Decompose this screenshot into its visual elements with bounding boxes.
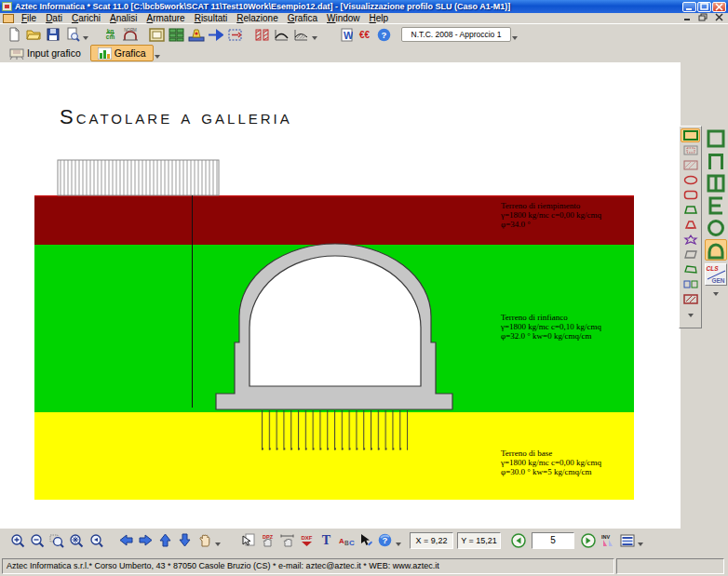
variant-rect-button[interactable] — [681, 128, 700, 142]
variant-blocks-button[interactable] — [681, 277, 700, 291]
variant-palette-more[interactable] — [681, 307, 700, 324]
double-box-section-button[interactable] — [705, 172, 727, 194]
code-approach-combobox[interactable]: N.T.C. 2008 - Approccio 1 — [401, 27, 511, 42]
combination-number-field[interactable]: 5 — [532, 532, 574, 549]
envelope-diagram-button[interactable] — [291, 25, 311, 44]
bottombar-options-3[interactable] — [637, 532, 644, 549]
open-file-button[interactable] — [23, 25, 43, 44]
portal-section-button[interactable] — [705, 150, 727, 171]
menu-armature[interactable]: Armature — [142, 13, 190, 24]
variant-ellipse-button[interactable] — [681, 173, 700, 187]
mdi-restore-button[interactable] — [697, 13, 708, 23]
section-type-palette: CLS GEN — [704, 126, 727, 305]
menu-bar: File Dati Carichi Analisi Armature Risul… — [0, 13, 728, 24]
drawing-canvas[interactable]: Scatolare a galleria Terreno di riempime… — [0, 62, 681, 529]
toolbar-options-1[interactable] — [82, 26, 89, 43]
tab-input-grafico[interactable]: Input grafico — [2, 45, 88, 61]
menu-analisi[interactable]: Analisi — [105, 13, 142, 24]
help-button[interactable]: ? — [374, 25, 394, 44]
zoom-in-button[interactable] — [7, 531, 27, 550]
menu-window[interactable]: Window — [322, 13, 365, 24]
close-button[interactable] — [712, 2, 726, 12]
context-help-button[interactable]: ? — [375, 531, 395, 550]
drafting-table-icon — [9, 47, 24, 60]
zoom-out-button[interactable] — [27, 531, 47, 550]
previous-combination-button[interactable] — [508, 531, 528, 550]
zoom-extents-button[interactable] — [66, 531, 86, 550]
variant-hatched-button[interactable] — [681, 158, 700, 172]
menu-risultati[interactable]: Risultati — [190, 13, 233, 24]
scroll-right-button[interactable] — [136, 531, 155, 550]
svg-text:?: ? — [383, 535, 388, 545]
geometry-button[interactable] — [147, 25, 167, 44]
svg-text:C: C — [349, 539, 355, 547]
circular-section-button[interactable] — [705, 217, 727, 238]
dxf-export-button[interactable]: DXF — [297, 531, 317, 550]
text-tool-button[interactable]: T — [317, 531, 336, 550]
section-check-button[interactable] — [225, 25, 245, 44]
restore-button[interactable] — [697, 2, 711, 12]
type-palette-more[interactable] — [704, 286, 727, 302]
save-button[interactable] — [43, 25, 62, 44]
channel-section-button[interactable] — [705, 194, 727, 216]
inv-envelope-button[interactable]: INV — [598, 531, 617, 550]
new-file-button[interactable] — [4, 25, 23, 44]
variant-trapezoid-button[interactable] — [681, 218, 700, 232]
dpz-tool-button[interactable]: DPZ — [258, 531, 277, 550]
loads-button[interactable] — [206, 25, 225, 44]
variant-frame-button[interactable] — [681, 143, 700, 157]
svg-text:?: ? — [382, 30, 387, 40]
analysis-button[interactable] — [252, 25, 272, 44]
next-combination-button[interactable] — [578, 531, 598, 550]
foundation-button[interactable] — [186, 25, 206, 44]
tabbar-options[interactable] — [154, 45, 161, 61]
y-coordinate-display: Y = 15,21 — [457, 532, 501, 549]
mdi-close-button[interactable] — [713, 13, 724, 23]
variant-parallelogram-button[interactable] — [681, 248, 700, 261]
toolbar-options-2[interactable] — [311, 26, 318, 43]
scroll-up-button[interactable] — [155, 531, 175, 550]
bottombar-options-1[interactable] — [214, 532, 222, 549]
toolbar-options-3[interactable] — [511, 26, 519, 43]
menu-carichi[interactable]: Carichi — [67, 13, 105, 24]
x-coordinate-display: X = 9,22 — [410, 532, 453, 549]
pan-button[interactable] — [195, 531, 214, 550]
zoom-previous-button[interactable] — [86, 531, 105, 550]
moment-diagram-button[interactable] — [272, 25, 291, 44]
tab-grafica[interactable]: Grafica — [90, 45, 154, 61]
print-preview-button[interactable] — [62, 25, 82, 44]
edit-pointer-button[interactable] — [356, 531, 375, 550]
computo-euro-button[interactable]: €€ — [355, 25, 374, 44]
dimension-tool-button[interactable] — [277, 531, 297, 550]
variant-panel-button[interactable] — [681, 203, 700, 217]
app-icon — [2, 2, 12, 11]
arch-section-button[interactable] — [705, 239, 727, 261]
units-button[interactable]: kgcm — [101, 25, 120, 44]
norm-code-button[interactable]: NORM — [120, 25, 140, 44]
label-riempimento: Terreno di riempimento γ=1800 kg/mc c=0,… — [501, 201, 659, 229]
document-icon[interactable] — [3, 14, 14, 23]
variant-star-button[interactable] — [681, 233, 700, 247]
menu-file[interactable]: File — [17, 13, 41, 24]
menu-help[interactable]: Help — [365, 13, 394, 24]
scroll-left-button[interactable] — [116, 531, 136, 550]
zoom-window-button[interactable] — [47, 531, 66, 550]
font-select-button[interactable]: ABC — [336, 531, 356, 550]
menu-relazione[interactable]: Relazione — [232, 13, 283, 24]
variant-quad-button[interactable] — [681, 262, 700, 276]
scroll-down-button[interactable] — [175, 531, 195, 550]
variant-rounded-rect-button[interactable] — [681, 188, 700, 202]
mdi-minimize-button[interactable] — [681, 13, 693, 23]
menu-dati[interactable]: Dati — [41, 13, 67, 24]
materials-button[interactable] — [167, 25, 186, 44]
box-section-button[interactable] — [705, 127, 727, 149]
bottombar-options-2[interactable] — [395, 532, 402, 549]
word-export-button[interactable]: W — [335, 25, 355, 44]
menu-grafica[interactable]: Grafica — [283, 13, 322, 24]
minimize-button[interactable] — [682, 2, 696, 12]
select-pointer-button[interactable] — [238, 531, 258, 550]
variant-hatched-frame-button[interactable] — [681, 292, 700, 306]
cls-gen-button[interactable]: CLS GEN — [705, 263, 727, 286]
svg-text:DXF: DXF — [302, 535, 313, 541]
legend-table-button[interactable] — [617, 531, 637, 550]
